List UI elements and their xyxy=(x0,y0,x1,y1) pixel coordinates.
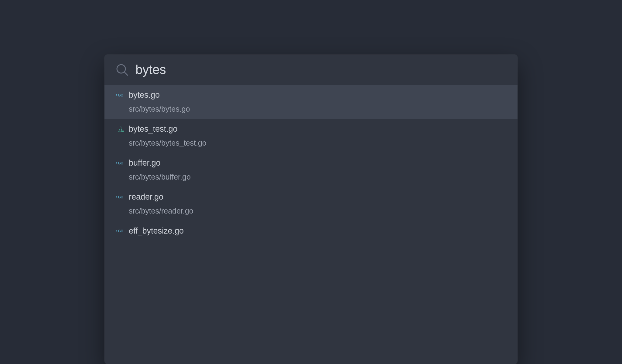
result-item[interactable]: GOeff_bytesize.go xyxy=(104,221,518,242)
results-list: GObytes.gosrc/bytes/bytes.goGObytes_test… xyxy=(104,85,518,242)
file-icon: GO xyxy=(115,93,126,97)
result-item[interactable]: GOreader.gosrc/bytes/reader.go xyxy=(104,187,518,221)
search-row xyxy=(104,55,518,85)
result-path: src/bytes/reader.go xyxy=(129,207,507,215)
result-title-row: GOeff_bytesize.go xyxy=(115,226,507,236)
go-file-icon: GO xyxy=(118,195,123,199)
flask-test-icon: GO xyxy=(118,126,124,132)
result-path: src/bytes/bytes_test.go xyxy=(129,139,507,147)
result-title-row: GOreader.go xyxy=(115,192,507,202)
result-item[interactable]: GObuffer.gosrc/bytes/buffer.go xyxy=(104,153,518,187)
result-path: src/bytes/bytes.go xyxy=(129,105,507,113)
result-title-row: GObytes.go xyxy=(115,90,507,100)
result-item[interactable]: GObytes_test.gosrc/bytes/bytes_test.go xyxy=(104,119,518,153)
result-title-row: GObytes_test.go xyxy=(115,124,507,134)
command-palette: GObytes.gosrc/bytes/bytes.goGObytes_test… xyxy=(104,55,518,364)
result-item[interactable]: GObytes.gosrc/bytes/bytes.go xyxy=(104,85,518,119)
go-file-icon: GO xyxy=(118,161,123,165)
file-icon: GO xyxy=(115,229,126,233)
go-file-icon: GO xyxy=(118,93,123,97)
go-file-icon: GO xyxy=(118,229,123,233)
search-input[interactable] xyxy=(135,62,507,77)
file-icon: GO xyxy=(115,195,126,199)
file-icon: GO xyxy=(115,161,126,165)
svg-line-1 xyxy=(125,72,128,76)
result-name: eff_bytesize.go xyxy=(129,226,184,236)
result-title-row: GObuffer.go xyxy=(115,158,507,168)
result-name: buffer.go xyxy=(129,158,161,168)
result-name: bytes.go xyxy=(129,90,160,100)
search-icon xyxy=(115,63,129,76)
result-name: bytes_test.go xyxy=(129,124,178,134)
svg-text:GO: GO xyxy=(121,130,124,132)
result-name: reader.go xyxy=(129,192,163,202)
file-icon: GO xyxy=(115,126,126,132)
result-path: src/bytes/buffer.go xyxy=(129,173,507,181)
svg-point-0 xyxy=(117,65,125,73)
